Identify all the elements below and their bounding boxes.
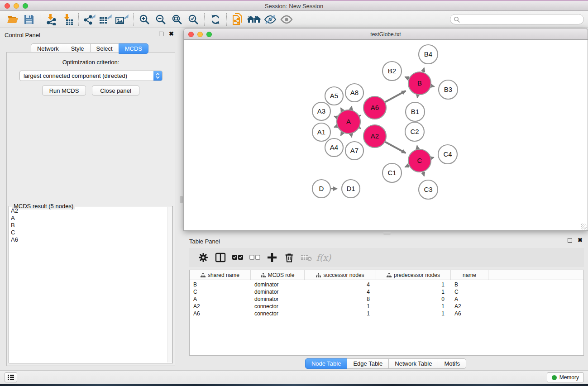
splitter-grip[interactable] — [180, 196, 183, 203]
mcds-result-list[interactable]: A2ABCA6 — [11, 207, 167, 362]
tab-mcds[interactable]: MCDS — [119, 43, 148, 54]
table-cell[interactable]: 1 — [305, 303, 376, 310]
table-cell[interactable]: A6 — [451, 310, 488, 317]
table-tab-motifs[interactable]: Motifs — [438, 358, 466, 369]
hide-details-button[interactable] — [262, 12, 278, 27]
show-details-button[interactable] — [278, 12, 295, 27]
table-row[interactable]: A6connector11A6 — [190, 310, 583, 317]
show-columns-button[interactable] — [213, 250, 228, 265]
new-network-from-file-button[interactable] — [229, 12, 246, 27]
graph-edge-A-A2[interactable] — [359, 128, 361, 129]
mcds-list-scrollbar[interactable] — [167, 207, 172, 362]
table-cell[interactable]: dominator — [251, 295, 305, 303]
graph-edge-A-A3[interactable] — [334, 116, 337, 118]
run-mcds-button[interactable]: Run MCDS — [42, 86, 86, 95]
export-table-button[interactable] — [98, 12, 114, 27]
graph-edge-C-C4[interactable] — [431, 157, 434, 158]
float-table-panel-icon[interactable] — [568, 238, 572, 243]
table-cell[interactable]: 0 — [376, 295, 451, 303]
task-history-button[interactable] — [5, 372, 17, 382]
table-cell[interactable]: 1 — [376, 310, 451, 317]
table-cell[interactable]: 4 — [305, 280, 376, 288]
create-column-button[interactable] — [264, 250, 280, 265]
open-file-button[interactable] — [5, 12, 21, 27]
table-row[interactable]: Adominator80A — [190, 295, 583, 303]
graph-edge-A2-C[interactable] — [385, 142, 406, 153]
graph-node-A[interactable]: A — [337, 110, 360, 133]
table-row[interactable]: Bdominator41B — [190, 280, 583, 288]
table-cell[interactable]: A2 — [451, 303, 488, 310]
graph-edge-A-A5[interactable] — [341, 108, 343, 111]
table-cell[interactable]: 1 — [305, 310, 376, 317]
table-cell[interactable]: 8 — [305, 295, 376, 303]
table-cell[interactable]: dominator — [251, 280, 305, 288]
zoom-in-button[interactable] — [136, 12, 153, 27]
optimization-criterion-select[interactable]: largest connected component (directed) — [19, 71, 163, 81]
import-table-button[interactable] — [59, 12, 76, 27]
column-header-name[interactable]: name — [451, 270, 488, 280]
table-tab-network-table[interactable]: Network Table — [388, 358, 438, 369]
show-all-networks-button[interactable] — [246, 12, 262, 27]
graph-node-A2[interactable]: A2 — [363, 125, 386, 148]
mcds-result-item[interactable]: A6 — [11, 236, 167, 243]
table-cell[interactable]: A6 — [190, 310, 251, 317]
mcds-result-item[interactable]: A2 — [11, 207, 167, 214]
graph-node-A1[interactable]: A1 — [312, 123, 330, 141]
graph-edge-B-B1[interactable] — [417, 95, 418, 98]
table-cell[interactable]: dominator — [251, 288, 305, 295]
zoom-fit-button[interactable] — [169, 12, 185, 27]
table-row[interactable]: Cdominator41C — [190, 288, 583, 295]
graph-node-B4[interactable]: B4 — [419, 45, 438, 64]
export-network-button[interactable] — [81, 12, 98, 27]
memory-button[interactable]: Memory — [547, 372, 584, 382]
graph-edge-A-A8[interactable] — [351, 106, 352, 110]
export-image-button[interactable] — [114, 12, 130, 27]
column-header-shared-name[interactable]: shared name — [190, 270, 251, 280]
table-cell[interactable]: 1 — [376, 303, 451, 310]
graph-node-D[interactable]: D — [312, 180, 330, 198]
close-panel-icon[interactable]: ✖ — [169, 32, 174, 36]
table-cell[interactable]: 1 — [376, 280, 451, 288]
table-cell[interactable]: A — [190, 295, 251, 303]
graph-node-C3[interactable]: C3 — [419, 180, 438, 199]
float-panel-icon[interactable] — [159, 32, 163, 36]
table-row[interactable]: A2connector11A2 — [190, 303, 583, 310]
graph-node-A6[interactable]: A6 — [363, 96, 386, 119]
table-cell[interactable]: 1 — [376, 288, 451, 295]
table-cell[interactable]: B — [451, 280, 488, 288]
column-header-successor-nodes[interactable]: successor nodes — [305, 270, 376, 280]
mcds-result-item[interactable]: A — [11, 214, 167, 222]
graph-edge-B-B4[interactable] — [423, 68, 424, 72]
close-table-panel-icon[interactable]: ✖ — [578, 238, 583, 243]
graph-edge-A6-B[interactable] — [385, 91, 406, 102]
mcds-result-item[interactable]: B — [11, 222, 167, 229]
table-cell[interactable]: A — [451, 295, 488, 303]
import-network-button[interactable] — [43, 12, 59, 27]
graph-edge-C-C3[interactable] — [423, 172, 424, 176]
table-cell[interactable]: connector — [251, 303, 305, 310]
table-cell[interactable]: C — [451, 288, 488, 295]
graph-edge-A-A7[interactable] — [351, 133, 352, 137]
table-settings-button[interactable] — [196, 250, 211, 265]
graph-node-A7[interactable]: A7 — [345, 142, 363, 160]
graph-node-C2[interactable]: C2 — [405, 122, 424, 141]
network-canvas[interactable]: B4B2BB3A5A8A6B1A3AA1C2A2A4A7C4CC1C3DD1 — [183, 40, 588, 231]
graph-edge-B-B3[interactable] — [431, 86, 434, 87]
table-cell[interactable]: A2 — [190, 303, 251, 310]
graph-edge-B-B2[interactable] — [405, 77, 409, 79]
delete-column-button[interactable] — [282, 250, 297, 265]
network-window-titlebar[interactable]: testGlobe.txt — [183, 28, 588, 40]
graph-edge-A-A1[interactable] — [334, 126, 337, 128]
graph-node-B2[interactable]: B2 — [382, 62, 402, 81]
graph-node-B[interactable]: B — [408, 72, 431, 95]
zoom-out-button[interactable] — [153, 12, 169, 27]
table-cell[interactable]: 4 — [305, 288, 376, 295]
graph-node-A5[interactable]: A5 — [325, 87, 343, 105]
refresh-button[interactable] — [207, 12, 224, 27]
search-input[interactable] — [460, 15, 583, 24]
panel-splitter[interactable] — [179, 28, 183, 370]
select-all-columns-button[interactable] — [230, 250, 245, 265]
zoom-selected-button[interactable] — [185, 12, 201, 27]
graph-node-C[interactable]: C — [408, 149, 431, 172]
graph-node-A3[interactable]: A3 — [312, 102, 330, 120]
